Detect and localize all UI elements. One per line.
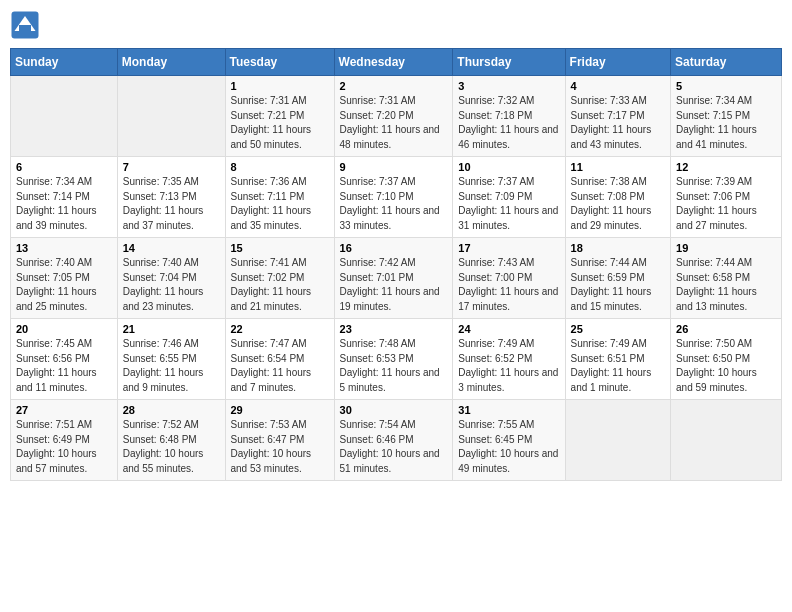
- day-number: 11: [571, 161, 665, 173]
- day-cell: 1Sunrise: 7:31 AMSunset: 7:21 PMDaylight…: [225, 76, 334, 157]
- day-info: Sunrise: 7:48 AMSunset: 6:53 PMDaylight:…: [340, 337, 448, 395]
- day-number: 17: [458, 242, 559, 254]
- day-info: Sunrise: 7:41 AMSunset: 7:02 PMDaylight:…: [231, 256, 329, 314]
- day-info: Sunrise: 7:40 AMSunset: 7:05 PMDaylight:…: [16, 256, 112, 314]
- day-info: Sunrise: 7:44 AMSunset: 6:59 PMDaylight:…: [571, 256, 665, 314]
- calendar-table: SundayMondayTuesdayWednesdayThursdayFrid…: [10, 48, 782, 481]
- day-info: Sunrise: 7:49 AMSunset: 6:51 PMDaylight:…: [571, 337, 665, 395]
- day-number: 18: [571, 242, 665, 254]
- week-row-5: 27Sunrise: 7:51 AMSunset: 6:49 PMDayligh…: [11, 400, 782, 481]
- day-number: 26: [676, 323, 776, 335]
- day-number: 15: [231, 242, 329, 254]
- header-saturday: Saturday: [671, 49, 782, 76]
- day-cell: [117, 76, 225, 157]
- day-number: 1: [231, 80, 329, 92]
- header-sunday: Sunday: [11, 49, 118, 76]
- page-header: [10, 10, 782, 40]
- day-cell: 5Sunrise: 7:34 AMSunset: 7:15 PMDaylight…: [671, 76, 782, 157]
- week-row-4: 20Sunrise: 7:45 AMSunset: 6:56 PMDayligh…: [11, 319, 782, 400]
- day-number: 14: [123, 242, 220, 254]
- header-tuesday: Tuesday: [225, 49, 334, 76]
- day-cell: 24Sunrise: 7:49 AMSunset: 6:52 PMDayligh…: [453, 319, 565, 400]
- day-info: Sunrise: 7:33 AMSunset: 7:17 PMDaylight:…: [571, 94, 665, 152]
- day-cell: 25Sunrise: 7:49 AMSunset: 6:51 PMDayligh…: [565, 319, 670, 400]
- day-number: 3: [458, 80, 559, 92]
- day-cell: 8Sunrise: 7:36 AMSunset: 7:11 PMDaylight…: [225, 157, 334, 238]
- day-cell: 21Sunrise: 7:46 AMSunset: 6:55 PMDayligh…: [117, 319, 225, 400]
- day-cell: 7Sunrise: 7:35 AMSunset: 7:13 PMDaylight…: [117, 157, 225, 238]
- week-row-2: 6Sunrise: 7:34 AMSunset: 7:14 PMDaylight…: [11, 157, 782, 238]
- day-number: 27: [16, 404, 112, 416]
- day-cell: 26Sunrise: 7:50 AMSunset: 6:50 PMDayligh…: [671, 319, 782, 400]
- day-cell: [11, 76, 118, 157]
- day-number: 28: [123, 404, 220, 416]
- calendar-header-row: SundayMondayTuesdayWednesdayThursdayFrid…: [11, 49, 782, 76]
- day-info: Sunrise: 7:45 AMSunset: 6:56 PMDaylight:…: [16, 337, 112, 395]
- day-number: 16: [340, 242, 448, 254]
- day-cell: 19Sunrise: 7:44 AMSunset: 6:58 PMDayligh…: [671, 238, 782, 319]
- logo: [10, 10, 44, 40]
- day-info: Sunrise: 7:44 AMSunset: 6:58 PMDaylight:…: [676, 256, 776, 314]
- day-info: Sunrise: 7:39 AMSunset: 7:06 PMDaylight:…: [676, 175, 776, 233]
- day-cell: 20Sunrise: 7:45 AMSunset: 6:56 PMDayligh…: [11, 319, 118, 400]
- day-cell: 12Sunrise: 7:39 AMSunset: 7:06 PMDayligh…: [671, 157, 782, 238]
- day-number: 7: [123, 161, 220, 173]
- day-number: 29: [231, 404, 329, 416]
- day-cell: 14Sunrise: 7:40 AMSunset: 7:04 PMDayligh…: [117, 238, 225, 319]
- svg-rect-2: [19, 25, 31, 33]
- header-wednesday: Wednesday: [334, 49, 453, 76]
- day-info: Sunrise: 7:53 AMSunset: 6:47 PMDaylight:…: [231, 418, 329, 476]
- day-info: Sunrise: 7:46 AMSunset: 6:55 PMDaylight:…: [123, 337, 220, 395]
- day-number: 4: [571, 80, 665, 92]
- day-number: 22: [231, 323, 329, 335]
- day-cell: [565, 400, 670, 481]
- day-cell: 31Sunrise: 7:55 AMSunset: 6:45 PMDayligh…: [453, 400, 565, 481]
- day-number: 6: [16, 161, 112, 173]
- week-row-1: 1Sunrise: 7:31 AMSunset: 7:21 PMDaylight…: [11, 76, 782, 157]
- logo-icon: [10, 10, 40, 40]
- day-info: Sunrise: 7:37 AMSunset: 7:09 PMDaylight:…: [458, 175, 559, 233]
- day-info: Sunrise: 7:31 AMSunset: 7:21 PMDaylight:…: [231, 94, 329, 152]
- day-cell: [671, 400, 782, 481]
- day-number: 2: [340, 80, 448, 92]
- day-info: Sunrise: 7:47 AMSunset: 6:54 PMDaylight:…: [231, 337, 329, 395]
- day-number: 25: [571, 323, 665, 335]
- day-info: Sunrise: 7:38 AMSunset: 7:08 PMDaylight:…: [571, 175, 665, 233]
- day-number: 21: [123, 323, 220, 335]
- day-number: 13: [16, 242, 112, 254]
- day-cell: 29Sunrise: 7:53 AMSunset: 6:47 PMDayligh…: [225, 400, 334, 481]
- day-number: 31: [458, 404, 559, 416]
- day-cell: 15Sunrise: 7:41 AMSunset: 7:02 PMDayligh…: [225, 238, 334, 319]
- day-number: 5: [676, 80, 776, 92]
- day-info: Sunrise: 7:52 AMSunset: 6:48 PMDaylight:…: [123, 418, 220, 476]
- day-number: 24: [458, 323, 559, 335]
- day-number: 20: [16, 323, 112, 335]
- day-cell: 13Sunrise: 7:40 AMSunset: 7:05 PMDayligh…: [11, 238, 118, 319]
- day-info: Sunrise: 7:40 AMSunset: 7:04 PMDaylight:…: [123, 256, 220, 314]
- day-info: Sunrise: 7:37 AMSunset: 7:10 PMDaylight:…: [340, 175, 448, 233]
- day-info: Sunrise: 7:50 AMSunset: 6:50 PMDaylight:…: [676, 337, 776, 395]
- day-info: Sunrise: 7:49 AMSunset: 6:52 PMDaylight:…: [458, 337, 559, 395]
- day-info: Sunrise: 7:54 AMSunset: 6:46 PMDaylight:…: [340, 418, 448, 476]
- day-number: 19: [676, 242, 776, 254]
- day-number: 23: [340, 323, 448, 335]
- day-cell: 16Sunrise: 7:42 AMSunset: 7:01 PMDayligh…: [334, 238, 453, 319]
- day-cell: 18Sunrise: 7:44 AMSunset: 6:59 PMDayligh…: [565, 238, 670, 319]
- header-friday: Friday: [565, 49, 670, 76]
- day-cell: 3Sunrise: 7:32 AMSunset: 7:18 PMDaylight…: [453, 76, 565, 157]
- day-cell: 9Sunrise: 7:37 AMSunset: 7:10 PMDaylight…: [334, 157, 453, 238]
- week-row-3: 13Sunrise: 7:40 AMSunset: 7:05 PMDayligh…: [11, 238, 782, 319]
- day-number: 30: [340, 404, 448, 416]
- day-number: 12: [676, 161, 776, 173]
- day-number: 9: [340, 161, 448, 173]
- header-monday: Monday: [117, 49, 225, 76]
- day-info: Sunrise: 7:42 AMSunset: 7:01 PMDaylight:…: [340, 256, 448, 314]
- day-info: Sunrise: 7:55 AMSunset: 6:45 PMDaylight:…: [458, 418, 559, 476]
- day-number: 10: [458, 161, 559, 173]
- day-cell: 30Sunrise: 7:54 AMSunset: 6:46 PMDayligh…: [334, 400, 453, 481]
- day-cell: 6Sunrise: 7:34 AMSunset: 7:14 PMDaylight…: [11, 157, 118, 238]
- day-info: Sunrise: 7:36 AMSunset: 7:11 PMDaylight:…: [231, 175, 329, 233]
- day-cell: 10Sunrise: 7:37 AMSunset: 7:09 PMDayligh…: [453, 157, 565, 238]
- day-cell: 27Sunrise: 7:51 AMSunset: 6:49 PMDayligh…: [11, 400, 118, 481]
- day-cell: 11Sunrise: 7:38 AMSunset: 7:08 PMDayligh…: [565, 157, 670, 238]
